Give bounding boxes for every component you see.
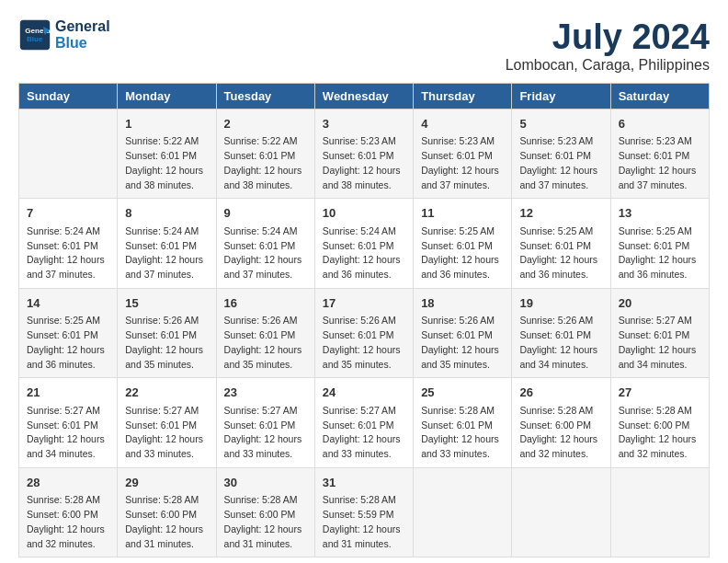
cell-content: Sunrise: 5:28 AM Sunset: 6:00 PM Dayligh… — [519, 404, 602, 462]
week-row-2: 7Sunrise: 5:24 AM Sunset: 6:01 PM Daylig… — [19, 199, 710, 289]
header-friday: Friday — [512, 83, 610, 109]
logo: General Blue General Blue — [18, 18, 110, 52]
day-number: 25 — [421, 384, 504, 402]
calendar-cell — [414, 467, 512, 557]
calendar-header-row: SundayMondayTuesdayWednesdayThursdayFrid… — [19, 83, 710, 109]
day-number: 22 — [125, 384, 208, 402]
week-row-3: 14Sunrise: 5:25 AM Sunset: 6:01 PM Dayli… — [19, 288, 710, 378]
header-saturday: Saturday — [610, 83, 709, 109]
calendar-cell: 24Sunrise: 5:27 AM Sunset: 6:01 PM Dayli… — [314, 378, 413, 468]
calendar-cell: 26Sunrise: 5:28 AM Sunset: 6:00 PM Dayli… — [512, 378, 610, 468]
calendar-cell: 1Sunrise: 5:22 AM Sunset: 6:01 PM Daylig… — [118, 109, 216, 199]
cell-content: Sunrise: 5:23 AM Sunset: 6:01 PM Dayligh… — [323, 134, 405, 192]
cell-content: Sunrise: 5:28 AM Sunset: 6:00 PM Dayligh… — [224, 493, 307, 551]
cell-content: Sunrise: 5:24 AM Sunset: 6:01 PM Dayligh… — [224, 224, 307, 282]
calendar-cell: 3Sunrise: 5:23 AM Sunset: 6:01 PM Daylig… — [314, 109, 413, 199]
calendar-cell: 30Sunrise: 5:28 AM Sunset: 6:00 PM Dayli… — [216, 467, 314, 557]
cell-content: Sunrise: 5:27 AM Sunset: 6:01 PM Dayligh… — [323, 404, 405, 462]
day-number: 28 — [27, 474, 109, 492]
cell-content: Sunrise: 5:22 AM Sunset: 6:01 PM Dayligh… — [125, 134, 208, 192]
week-row-4: 21Sunrise: 5:27 AM Sunset: 6:01 PM Dayli… — [19, 378, 710, 468]
calendar-cell: 28Sunrise: 5:28 AM Sunset: 6:00 PM Dayli… — [19, 467, 118, 557]
day-number: 13 — [619, 204, 701, 223]
calendar-cell: 13Sunrise: 5:25 AM Sunset: 6:01 PM Dayli… — [610, 199, 709, 289]
day-number: 23 — [224, 384, 307, 402]
calendar-cell: 22Sunrise: 5:27 AM Sunset: 6:01 PM Dayli… — [118, 378, 216, 468]
day-number: 21 — [27, 384, 109, 402]
day-number: 4 — [421, 115, 504, 133]
cell-content: Sunrise: 5:28 AM Sunset: 6:00 PM Dayligh… — [125, 493, 208, 551]
day-number: 6 — [619, 115, 701, 133]
calendar-cell — [512, 467, 610, 557]
calendar-cell: 31Sunrise: 5:28 AM Sunset: 5:59 PM Dayli… — [314, 467, 413, 557]
calendar-cell: 19Sunrise: 5:26 AM Sunset: 6:01 PM Dayli… — [512, 288, 610, 378]
cell-content: Sunrise: 5:28 AM Sunset: 6:00 PM Dayligh… — [619, 404, 701, 462]
calendar-cell: 23Sunrise: 5:27 AM Sunset: 6:01 PM Dayli… — [216, 378, 314, 468]
day-number: 11 — [421, 204, 504, 223]
page-header: General Blue General Blue July 2024 Lomb… — [18, 18, 710, 74]
calendar-cell: 16Sunrise: 5:26 AM Sunset: 6:01 PM Dayli… — [216, 288, 314, 378]
day-number: 12 — [519, 204, 602, 223]
calendar-title: July 2024 — [506, 18, 710, 57]
day-number: 1 — [125, 115, 208, 133]
calendar-cell — [610, 467, 709, 557]
logo-blue: Blue — [55, 35, 110, 52]
cell-content: Sunrise: 5:28 AM Sunset: 6:00 PM Dayligh… — [27, 493, 109, 551]
day-number: 16 — [224, 294, 307, 313]
calendar-cell: 10Sunrise: 5:24 AM Sunset: 6:01 PM Dayli… — [314, 199, 413, 289]
day-number: 5 — [519, 115, 602, 133]
week-row-1: 1Sunrise: 5:22 AM Sunset: 6:01 PM Daylig… — [19, 109, 710, 199]
logo-general: General — [55, 18, 110, 35]
calendar-subtitle: Lombocan, Caraga, Philippines — [506, 57, 710, 74]
day-number: 15 — [125, 294, 208, 313]
header-sunday: Sunday — [19, 83, 118, 109]
cell-content: Sunrise: 5:25 AM Sunset: 6:01 PM Dayligh… — [421, 224, 504, 282]
day-number: 2 — [224, 115, 307, 133]
day-number: 18 — [421, 294, 504, 313]
day-number: 8 — [125, 204, 208, 223]
svg-text:Blue: Blue — [27, 35, 43, 43]
day-number: 19 — [519, 294, 602, 313]
cell-content: Sunrise: 5:26 AM Sunset: 6:01 PM Dayligh… — [519, 314, 602, 372]
day-number: 14 — [27, 294, 109, 313]
cell-content: Sunrise: 5:28 AM Sunset: 6:01 PM Dayligh… — [421, 404, 504, 462]
calendar-cell: 4Sunrise: 5:23 AM Sunset: 6:01 PM Daylig… — [414, 109, 512, 199]
day-number: 26 — [519, 384, 602, 402]
header-tuesday: Tuesday — [216, 83, 314, 109]
logo-icon: General Blue — [18, 18, 51, 52]
header-monday: Monday — [118, 83, 216, 109]
calendar-cell: 2Sunrise: 5:22 AM Sunset: 6:01 PM Daylig… — [216, 109, 314, 199]
day-number: 30 — [224, 474, 307, 492]
cell-content: Sunrise: 5:24 AM Sunset: 6:01 PM Dayligh… — [323, 224, 405, 282]
calendar-cell: 7Sunrise: 5:24 AM Sunset: 6:01 PM Daylig… — [19, 199, 118, 289]
calendar-cell: 5Sunrise: 5:23 AM Sunset: 6:01 PM Daylig… — [512, 109, 610, 199]
day-number: 20 — [619, 294, 701, 313]
calendar-cell: 8Sunrise: 5:24 AM Sunset: 6:01 PM Daylig… — [118, 199, 216, 289]
cell-content: Sunrise: 5:22 AM Sunset: 6:01 PM Dayligh… — [224, 134, 307, 192]
calendar-cell: 14Sunrise: 5:25 AM Sunset: 6:01 PM Dayli… — [19, 288, 118, 378]
calendar-cell: 18Sunrise: 5:26 AM Sunset: 6:01 PM Dayli… — [414, 288, 512, 378]
cell-content: Sunrise: 5:26 AM Sunset: 6:01 PM Dayligh… — [224, 314, 307, 372]
calendar-cell: 25Sunrise: 5:28 AM Sunset: 6:01 PM Dayli… — [414, 378, 512, 468]
day-number: 7 — [27, 204, 109, 223]
cell-content: Sunrise: 5:25 AM Sunset: 6:01 PM Dayligh… — [27, 314, 109, 372]
day-number: 17 — [323, 294, 405, 313]
week-row-5: 28Sunrise: 5:28 AM Sunset: 6:00 PM Dayli… — [19, 467, 710, 557]
cell-content: Sunrise: 5:27 AM Sunset: 6:01 PM Dayligh… — [224, 404, 307, 462]
calendar-table: SundayMondayTuesdayWednesdayThursdayFrid… — [18, 83, 710, 558]
cell-content: Sunrise: 5:26 AM Sunset: 6:01 PM Dayligh… — [323, 314, 405, 372]
day-number: 24 — [323, 384, 405, 402]
day-number: 29 — [125, 474, 208, 492]
day-number: 10 — [323, 204, 405, 223]
cell-content: Sunrise: 5:27 AM Sunset: 6:01 PM Dayligh… — [27, 404, 109, 462]
day-number: 27 — [619, 384, 701, 402]
cell-content: Sunrise: 5:27 AM Sunset: 6:01 PM Dayligh… — [125, 404, 208, 462]
cell-content: Sunrise: 5:26 AM Sunset: 6:01 PM Dayligh… — [421, 314, 504, 372]
calendar-cell: 21Sunrise: 5:27 AM Sunset: 6:01 PM Dayli… — [19, 378, 118, 468]
calendar-cell: 15Sunrise: 5:26 AM Sunset: 6:01 PM Dayli… — [118, 288, 216, 378]
cell-content: Sunrise: 5:24 AM Sunset: 6:01 PM Dayligh… — [27, 224, 109, 282]
header-wednesday: Wednesday — [314, 83, 413, 109]
calendar-cell: 12Sunrise: 5:25 AM Sunset: 6:01 PM Dayli… — [512, 199, 610, 289]
title-block: July 2024 Lombocan, Caraga, Philippines — [506, 18, 710, 74]
day-number: 9 — [224, 204, 307, 223]
